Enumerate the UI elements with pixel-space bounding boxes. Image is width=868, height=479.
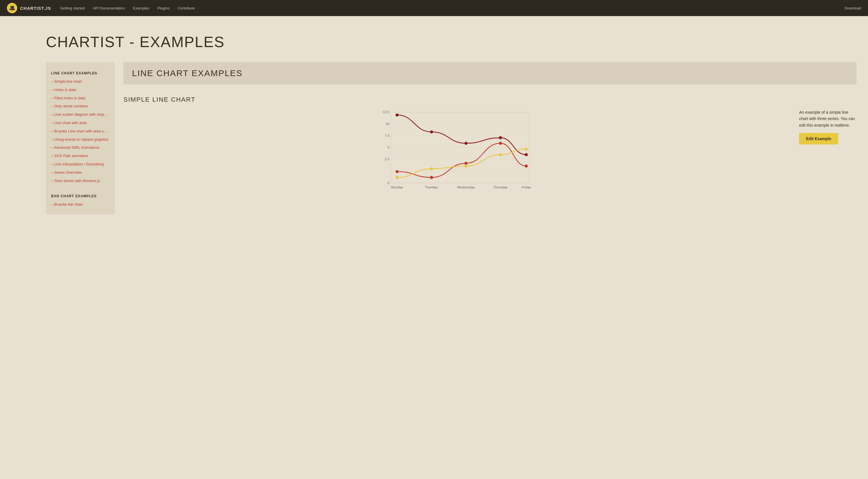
sidebar-item-series-overrides[interactable]: Series Overrides <box>46 169 115 177</box>
main-layout: LINE CHART EXAMPLES Simple line chart Ho… <box>0 62 868 232</box>
svg-text:Tuesday: Tuesday <box>425 185 438 189</box>
sidebar-item-only-whole-numbers[interactable]: Only whole numbers <box>46 102 115 111</box>
chart-description-text: An example of a simple line chart with t… <box>799 109 857 128</box>
sidebar-item-line-chart-area[interactable]: Line chart with area <box>46 119 115 127</box>
svg-point-25 <box>430 176 433 179</box>
svg-text:Wednesday: Wednesday <box>457 185 475 189</box>
sidebar-item-smil-animations[interactable]: Advanced SMIL Animations <box>46 144 115 152</box>
edit-example-button[interactable]: Edit Example <box>799 133 838 145</box>
chart-container: 12.5 10 7.5 5 2.5 0 Monday Tuesday Wedne… <box>123 109 787 197</box>
nav-examples[interactable]: Examples <box>133 6 149 10</box>
sidebar-item-using-events[interactable]: Using events to replace graphics <box>46 136 115 144</box>
sidebar: LINE CHART EXAMPLES Simple line chart Ho… <box>46 62 115 214</box>
sidebar-section-title-bar: BAR CHART EXAMPLES <box>46 191 115 201</box>
nav-download[interactable]: Download <box>844 6 861 10</box>
hero-section: CHARTIST - EXAMPLES <box>0 16 868 62</box>
sidebar-item-holes-in-data[interactable]: Holes in data <box>46 86 115 94</box>
navigation: 🎩 CHARTIST.JS Getting started API Docume… <box>0 0 868 16</box>
nav-plugins[interactable]: Plugins <box>157 6 169 10</box>
sidebar-item-simple-line-chart[interactable]: Simple line chart <box>46 78 115 86</box>
logo-text: CHARTIST.JS <box>20 6 51 11</box>
sidebar-item-svg-path[interactable]: SVG Path animation <box>46 152 115 160</box>
nav-links: Getting started API Documentation Exampl… <box>60 5 844 11</box>
svg-point-22 <box>499 136 502 139</box>
svg-text:Thursday: Thursday <box>493 185 507 189</box>
section-header-title: LINE CHART EXAMPLES <box>132 68 848 78</box>
sidebar-section-title-line: LINE CHART EXAMPLES <box>46 68 115 78</box>
content-area: LINE CHART EXAMPLES SIMPLE LINE CHART <box>115 62 868 214</box>
sidebar-item-bipolar-line[interactable]: Bi-polar Line chart with area o... <box>46 127 115 136</box>
sidebar-item-line-interpolation[interactable]: Line Interpolation / Smoothing <box>46 160 115 169</box>
sidebar-item-filled-holes[interactable]: Filled holes in data <box>46 94 115 102</box>
section-header: LINE CHART EXAMPLES <box>123 62 857 84</box>
logo-hat-icon: 🎩 <box>9 5 15 11</box>
chart-description: An example of a simple line chart with t… <box>799 109 857 145</box>
sidebar-item-time-series[interactable]: Time Series with Moment.js <box>46 177 115 185</box>
sidebar-item-bipolar-bar[interactable]: Bi-polar bar chart <box>46 201 115 209</box>
nav-getting-started[interactable]: Getting started <box>60 6 85 10</box>
svg-point-32 <box>499 153 502 156</box>
chart-row: 12.5 10 7.5 5 2.5 0 Monday Tuesday Wedne… <box>123 109 857 197</box>
svg-text:5: 5 <box>388 145 390 149</box>
svg-point-27 <box>499 142 502 145</box>
svg-point-30 <box>430 168 433 171</box>
svg-text:0: 0 <box>388 181 390 185</box>
svg-point-20 <box>430 130 433 133</box>
svg-point-26 <box>464 162 468 165</box>
svg-point-24 <box>396 170 399 173</box>
line-chart-svg: 12.5 10 7.5 5 2.5 0 Monday Tuesday Wedne… <box>123 109 787 195</box>
logo-icon: 🎩 <box>7 3 17 13</box>
svg-text:2.5: 2.5 <box>384 157 390 161</box>
logo[interactable]: 🎩 CHARTIST.JS <box>7 3 51 13</box>
svg-point-19 <box>396 114 399 117</box>
svg-text:7.5: 7.5 <box>384 133 390 137</box>
svg-point-33 <box>525 148 528 151</box>
nav-contribute[interactable]: Contribute <box>178 6 195 10</box>
sidebar-item-line-scatter[interactable]: Line scatter diagram with resp... <box>46 111 115 119</box>
page-title: CHARTIST - EXAMPLES <box>46 33 868 51</box>
svg-text:Monday: Monday <box>391 185 403 189</box>
svg-text:Friday: Friday <box>522 185 531 189</box>
svg-point-23 <box>525 153 528 156</box>
svg-text:12.5: 12.5 <box>383 110 390 114</box>
svg-text:10: 10 <box>386 122 390 125</box>
chart-title: SIMPLE LINE CHART <box>123 96 857 103</box>
svg-point-31 <box>464 164 468 168</box>
nav-api-documentation[interactable]: API Documentation <box>93 6 125 10</box>
svg-point-29 <box>396 176 399 179</box>
simple-line-chart-section: SIMPLE LINE CHART <box>123 96 857 197</box>
svg-point-28 <box>525 164 528 168</box>
svg-point-21 <box>464 142 468 145</box>
